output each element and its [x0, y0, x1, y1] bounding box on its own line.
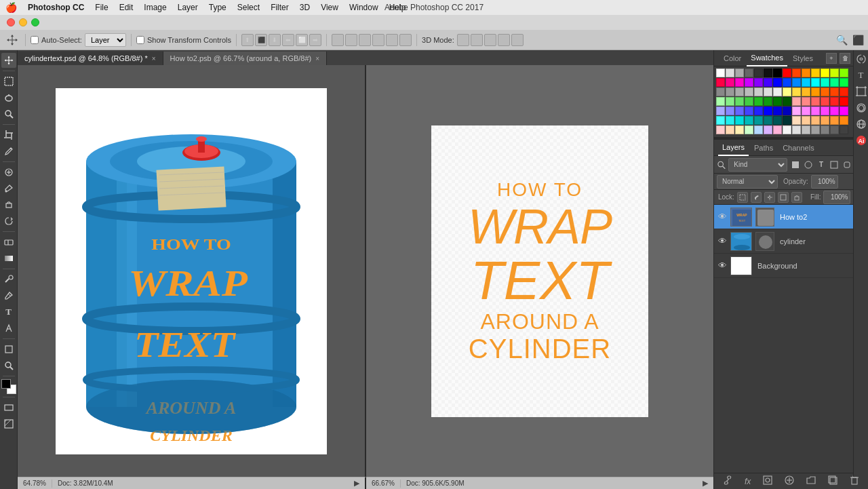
- swatch-1-12[interactable]: [830, 78, 839, 87]
- lock-position-btn[interactable]: [764, 192, 775, 203]
- color-tool-right[interactable]: [855, 102, 867, 114]
- swatch-3-12[interactable]: [830, 97, 839, 106]
- swatch-2-2[interactable]: [735, 87, 744, 96]
- align-mid-btn[interactable]: ⬛: [255, 34, 267, 46]
- apple-menu-icon[interactable]: 🍎: [5, 2, 17, 13]
- art-history-tool[interactable]: [855, 53, 867, 65]
- screen-mode-btn[interactable]: [1, 416, 16, 431]
- pen-tool[interactable]: [1, 288, 16, 303]
- layers-tab[interactable]: Layers: [718, 140, 749, 156]
- swatch-2-0[interactable]: [716, 87, 725, 96]
- swatch-0-9[interactable]: [802, 69, 810, 77]
- menu-file[interactable]: File: [95, 3, 108, 12]
- new-layer-btn[interactable]: [828, 475, 837, 487]
- new-group-btn[interactable]: [806, 475, 816, 487]
- zoom-tool[interactable]: [1, 358, 16, 373]
- fill-input[interactable]: [823, 191, 850, 204]
- distrib-btn3[interactable]: [359, 34, 371, 46]
- quick-select-tool[interactable]: [1, 106, 16, 121]
- swatch-5-1[interactable]: [726, 116, 734, 125]
- swatch-3-2[interactable]: [735, 97, 744, 106]
- shape-tool[interactable]: [1, 342, 16, 357]
- 3d-btn1[interactable]: [457, 34, 469, 46]
- swatch-2-9[interactable]: [802, 87, 810, 96]
- swatch-delete-btn[interactable]: 🗑: [840, 53, 850, 64]
- swatch-3-7[interactable]: [783, 97, 791, 106]
- swatch-extra-0[interactable]: [716, 125, 725, 134]
- swatch-1-13[interactable]: [840, 78, 848, 87]
- add-mask-btn[interactable]: [763, 475, 772, 487]
- lasso-tool[interactable]: [1, 90, 16, 105]
- distrib-btn6[interactable]: [399, 34, 412, 46]
- swatch-5-6[interactable]: [773, 116, 782, 125]
- swatch-1-1[interactable]: [726, 78, 734, 87]
- swatch-0-10[interactable]: [811, 69, 820, 77]
- swatch-0-1[interactable]: [726, 69, 734, 77]
- layer-kind-filter[interactable]: Kind Name Effect Mode Attribute Color Sm…: [728, 158, 787, 172]
- healing-tool[interactable]: [1, 165, 16, 180]
- layer-how-to2[interactable]: 👁 WRAP TEXT: [714, 205, 868, 229]
- dodge-tool[interactable]: [1, 272, 16, 287]
- swatch-3-11[interactable]: [821, 97, 829, 106]
- adobestock-icon[interactable]: Ai: [855, 134, 867, 146]
- filter-smartobj-btn[interactable]: [842, 159, 852, 170]
- autoselect-checkbox[interactable]: [31, 36, 39, 44]
- fx-btn[interactable]: fx: [745, 476, 751, 486]
- history-brush[interactable]: [1, 214, 16, 229]
- swatch-4-3[interactable]: [745, 106, 753, 115]
- align-left-btn[interactable]: ⬅: [282, 34, 294, 46]
- swatch-2-1[interactable]: [726, 87, 734, 96]
- menu-select[interactable]: Select: [237, 3, 260, 12]
- swatch-2-8[interactable]: [792, 87, 801, 96]
- swatch-5-13[interactable]: [840, 116, 848, 125]
- left-status-arrow[interactable]: ▶: [354, 479, 359, 488]
- swatch-0-2[interactable]: [735, 69, 744, 77]
- swatch-1-2[interactable]: [735, 78, 744, 87]
- marquee-tool[interactable]: [1, 74, 16, 89]
- minimize-button[interactable]: [19, 18, 27, 26]
- menu-image[interactable]: Image: [144, 3, 166, 12]
- swatch-1-4[interactable]: [754, 78, 763, 87]
- swatch-2-7[interactable]: [783, 87, 791, 96]
- swatch-1-11[interactable]: [821, 78, 829, 87]
- swatch-4-5[interactable]: [764, 106, 772, 115]
- layer-vis-background[interactable]: 👁: [717, 260, 728, 271]
- layer-cylinder[interactable]: 👁 cyl: [714, 229, 868, 254]
- artboard-tool[interactable]: [855, 85, 867, 98]
- left-canvas[interactable]: HOW TO WRAP TEXT AROUND A: [56, 88, 327, 454]
- swatch-extra-6[interactable]: [773, 125, 782, 134]
- swatch-extra-9[interactable]: [802, 125, 810, 134]
- swatch-4-10[interactable]: [811, 106, 820, 115]
- swatch-extra-7[interactable]: [783, 125, 791, 134]
- swatch-0-0[interactable]: [716, 69, 725, 77]
- eyedropper-tool[interactable]: [1, 144, 16, 159]
- menu-photoshop[interactable]: Photoshop CC: [28, 3, 84, 12]
- crop-tool[interactable]: [1, 128, 16, 142]
- right-status-arrow[interactable]: ▶: [703, 479, 708, 488]
- swatch-5-9[interactable]: [802, 116, 810, 125]
- swatch-4-1[interactable]: [726, 106, 734, 115]
- swatch-2-4[interactable]: [754, 87, 763, 96]
- menu-edit[interactable]: Edit: [119, 3, 134, 12]
- swatch-extra-11[interactable]: [821, 125, 829, 134]
- eraser-tool[interactable]: [1, 235, 16, 250]
- swatch-0-11[interactable]: [821, 69, 829, 77]
- swatch-3-13[interactable]: [840, 97, 848, 106]
- channels-tab[interactable]: Channels: [778, 140, 818, 156]
- left-tab-close[interactable]: ×: [152, 55, 156, 62]
- new-fill-btn[interactable]: [785, 475, 794, 487]
- lock-artboard-btn[interactable]: [778, 192, 789, 203]
- swatch-1-7[interactable]: [783, 78, 791, 87]
- swatch-3-8[interactable]: [792, 97, 801, 106]
- swatch-0-8[interactable]: [792, 69, 801, 77]
- swatch-3-9[interactable]: [802, 97, 810, 106]
- delete-layer-btn[interactable]: [850, 475, 859, 487]
- color-swatches[interactable]: [1, 379, 16, 394]
- align-center-btn[interactable]: ⬜: [296, 34, 308, 46]
- layer-vis-cylinder[interactable]: 👁: [717, 236, 728, 247]
- lock-image-btn[interactable]: [751, 192, 762, 203]
- swatch-1-6[interactable]: [773, 78, 782, 87]
- align-right-btn[interactable]: ➡: [309, 34, 321, 46]
- type-tool-right[interactable]: T: [855, 69, 867, 81]
- swatch-extra-8[interactable]: [792, 125, 801, 134]
